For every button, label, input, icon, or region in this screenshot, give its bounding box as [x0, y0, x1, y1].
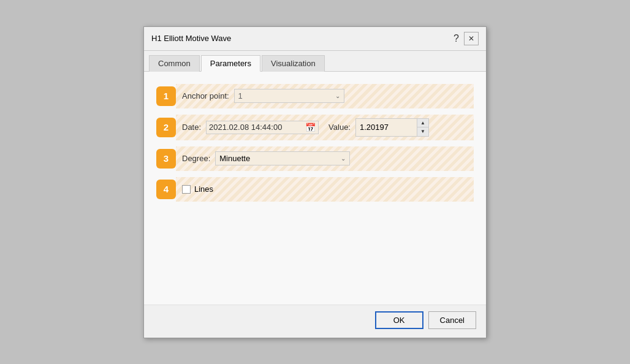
degree-select[interactable]: Minuette ⌄ — [215, 151, 350, 165]
date-label: Date: — [182, 123, 201, 132]
anchor-select-arrow: ⌄ — [335, 93, 340, 99]
tabs: Common Parameters Visualization — [144, 51, 486, 72]
badge-2: 2 — [156, 118, 176, 137]
spinbox-wrap: ▲ ▼ — [355, 118, 429, 137]
row-content-1: Anchor point: 1 ⌄ — [176, 84, 474, 108]
lines-checkbox[interactable] — [182, 185, 191, 194]
dialog: H1 Elliott Motive Wave ? ✕ Common Parame… — [143, 26, 487, 338]
row-content-2: Date: 📅 Value: ▲ ▼ — [176, 115, 474, 140]
value-label: Value: — [328, 123, 351, 132]
value-input[interactable] — [355, 118, 417, 137]
degree-select-value: Minuette — [219, 154, 250, 163]
content-area: 1 Anchor point: 1 ⌄ 2 Date: 📅 Va — [144, 72, 486, 305]
tab-common[interactable]: Common — [149, 55, 200, 72]
row-content-4: Lines — [176, 177, 474, 202]
badge-3: 3 — [156, 149, 176, 169]
close-button[interactable]: ✕ — [464, 32, 479, 45]
calendar-icon[interactable]: 📅 — [305, 123, 316, 132]
date-input-wrap: 📅 — [206, 121, 319, 134]
lines-label: Lines — [194, 184, 213, 194]
row-degree: 3 Degree: Minuette ⌄ — [156, 146, 474, 171]
ok-button[interactable]: OK — [375, 311, 423, 329]
title-bar-buttons: ? ✕ — [451, 32, 479, 45]
checkbox-wrap: Lines — [182, 184, 213, 194]
spinbox-buttons: ▲ ▼ — [417, 118, 429, 137]
tab-visualization[interactable]: Visualization — [262, 55, 325, 72]
badge-1: 1 — [156, 86, 176, 106]
anchor-select[interactable]: 1 ⌄ — [234, 89, 344, 103]
date-input[interactable] — [209, 123, 304, 132]
row-anchor-point: 1 Anchor point: 1 ⌄ — [156, 84, 474, 108]
degree-select-arrow: ⌄ — [341, 155, 346, 162]
degree-label: Degree: — [182, 154, 210, 163]
row-content-3: Degree: Minuette ⌄ — [176, 146, 474, 171]
anchor-select-value: 1 — [238, 91, 243, 100]
footer: OK Cancel — [144, 305, 486, 338]
dialog-title: H1 Elliott Motive Wave — [151, 34, 231, 43]
row-lines: 4 Lines — [156, 177, 474, 202]
spin-down-button[interactable]: ▼ — [417, 127, 428, 136]
help-button[interactable]: ? — [451, 33, 461, 44]
title-bar: H1 Elliott Motive Wave ? ✕ — [144, 27, 486, 51]
cancel-button[interactable]: Cancel — [428, 311, 476, 329]
anchor-label: Anchor point: — [182, 91, 229, 100]
tab-parameters[interactable]: Parameters — [201, 55, 260, 72]
row-date-value: 2 Date: 📅 Value: ▲ ▼ — [156, 115, 474, 140]
spin-up-button[interactable]: ▲ — [417, 119, 428, 127]
badge-4: 4 — [156, 180, 176, 199]
